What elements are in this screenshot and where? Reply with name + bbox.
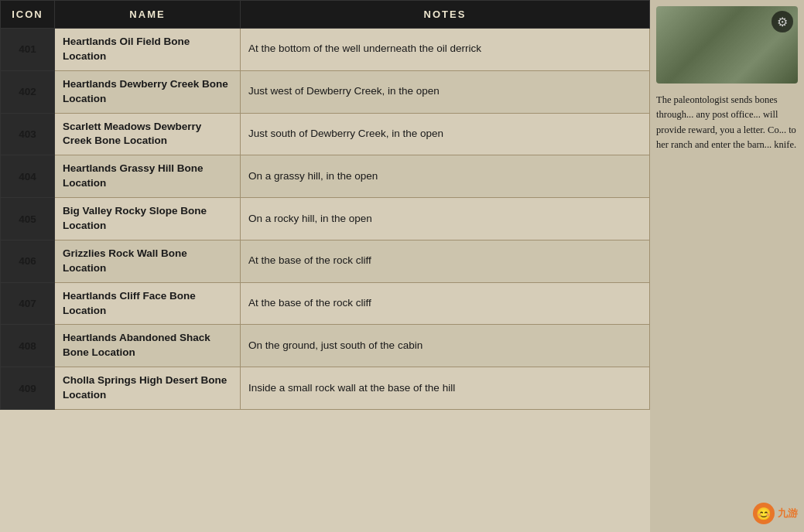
table-row: 403Scarlett Meadows Dewberry Creek Bone … (1, 113, 650, 155)
cell-notes: On the ground, just south of the cabin (241, 325, 650, 367)
gear-button[interactable]: ⚙ (771, 11, 793, 32)
table-row: 402Heartlands Dewberry Creek Bone Locati… (1, 70, 650, 113)
cell-name: Heartlands Cliff Face Bone Location (55, 282, 241, 325)
table-header-row: ICON NAME NOTES (1, 1, 650, 29)
cell-notes: Inside a small rock wall at the base of … (241, 367, 650, 410)
cell-name: Scarlett Meadows Dewberry Creek Bone Loc… (55, 113, 241, 155)
sidebar-description: The paleontolo­gist sends bones through.… (656, 93, 798, 153)
cell-name: Grizzlies Rock Wall Bone Location (55, 240, 241, 282)
cell-icon: 406 (1, 240, 55, 282)
header-notes: NOTES (241, 1, 650, 29)
cell-name: Heartlands Abandoned Shack Bone Location (55, 325, 241, 367)
cell-notes: At the base of the rock cliff (241, 240, 650, 282)
table-row: 409Cholla Springs High Desert Bone Locat… (1, 367, 650, 410)
cell-notes: Just west of Dewberry Creek, in the open (241, 70, 650, 113)
cell-notes: On a rocky hill, in the open (241, 198, 650, 240)
cell-notes: Just south of Dewberry Creek, in the ope… (241, 113, 650, 155)
cell-icon: 404 (1, 155, 55, 198)
watermark-icon: 😊 (753, 503, 775, 524)
cell-name: Heartlands Dewberry Creek Bone Location (55, 70, 241, 113)
table-row: 401Heartlands Oil Field Bone LocationAt … (1, 29, 650, 71)
cell-notes: On a grassy hill, in the open (241, 155, 650, 198)
cell-name: Heartlands Oil Field Bone Location (55, 29, 241, 71)
cell-name: Heartlands Grassy Hill Bone Location (55, 155, 241, 198)
table-row: 404Heartlands Grassy Hill Bone LocationO… (1, 155, 650, 198)
cell-name: Big Valley Rocky Slope Bone Location (55, 198, 241, 240)
sidebar-image: ⚙ (656, 6, 798, 84)
table-row: 408Heartlands Abandoned Shack Bone Locat… (1, 325, 650, 367)
cell-icon: 408 (1, 325, 55, 367)
main-table-panel: ICON NAME NOTES 401Heartlands Oil Field … (0, 0, 650, 532)
table-row: 405Big Valley Rocky Slope Bone LocationO… (1, 198, 650, 240)
cell-icon: 409 (1, 367, 55, 410)
watermark: 😊 九游 (753, 503, 798, 524)
cell-notes: At the bottom of the well underneath the… (241, 29, 650, 71)
cell-icon: 403 (1, 113, 55, 155)
gear-icon: ⚙ (777, 15, 788, 29)
header-name: NAME (55, 1, 241, 29)
cell-icon: 407 (1, 282, 55, 325)
cell-icon: 405 (1, 198, 55, 240)
cell-notes: At the base of the rock cliff (241, 282, 650, 325)
table-row: 406Grizzlies Rock Wall Bone LocationAt t… (1, 240, 650, 282)
cell-icon: 401 (1, 29, 55, 71)
bone-locations-table: ICON NAME NOTES 401Heartlands Oil Field … (0, 0, 650, 410)
header-icon: ICON (1, 1, 55, 29)
cell-icon: 402 (1, 70, 55, 113)
table-row: 407Heartlands Cliff Face Bone LocationAt… (1, 282, 650, 325)
watermark-text: 九游 (778, 506, 798, 520)
cell-name: Cholla Springs High Desert Bone Location (55, 367, 241, 410)
right-sidebar: ⚙ The paleontolo­gist sends bones throug… (650, 0, 804, 532)
